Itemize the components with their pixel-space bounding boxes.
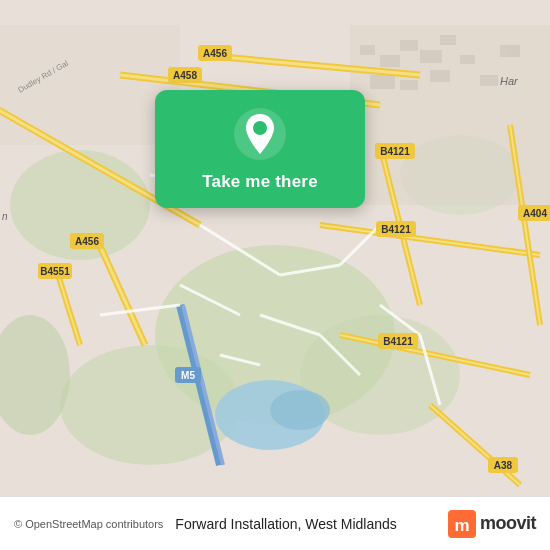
location-card: Take me there: [155, 90, 365, 208]
svg-text:B4121: B4121: [383, 336, 413, 347]
svg-text:B4121: B4121: [380, 146, 410, 157]
svg-text:A456: A456: [203, 48, 227, 59]
svg-rect-15: [440, 35, 456, 45]
svg-rect-19: [460, 55, 475, 64]
svg-text:B4551: B4551: [40, 266, 70, 277]
map-background: A456 A458 A456 B4551 M5 B4121 B4121 B412…: [0, 0, 550, 550]
svg-rect-14: [420, 50, 442, 63]
svg-text:m: m: [454, 516, 469, 535]
svg-rect-18: [430, 70, 450, 82]
copyright-text: © OpenStreetMap contributors: [14, 518, 163, 530]
svg-rect-12: [380, 55, 400, 67]
take-me-there-button[interactable]: Take me there: [202, 172, 318, 192]
svg-text:Har: Har: [500, 75, 519, 87]
svg-rect-11: [360, 45, 375, 55]
moovit-brand-icon: m: [448, 510, 476, 538]
svg-text:A404: A404: [523, 208, 547, 219]
svg-rect-13: [400, 40, 418, 51]
svg-text:A458: A458: [173, 70, 197, 81]
svg-point-79: [253, 121, 267, 135]
map-container: A456 A458 A456 B4551 M5 B4121 B4121 B412…: [0, 0, 550, 550]
svg-text:n: n: [2, 211, 8, 222]
moovit-logo: m moovit: [448, 510, 536, 538]
bottom-bar: © OpenStreetMap contributors Forward Ins…: [0, 496, 550, 550]
svg-rect-17: [400, 80, 418, 90]
svg-text:A456: A456: [75, 236, 99, 247]
svg-rect-20: [480, 75, 498, 86]
svg-point-8: [270, 390, 330, 430]
svg-text:B4121: B4121: [381, 224, 411, 235]
moovit-label: moovit: [480, 513, 536, 534]
location-pin-icon: [234, 108, 286, 160]
svg-text:A38: A38: [494, 460, 513, 471]
svg-rect-21: [500, 45, 520, 57]
svg-text:M5: M5: [181, 370, 195, 381]
svg-rect-16: [370, 75, 395, 89]
location-name: Forward Installation, West Midlands: [175, 516, 448, 532]
